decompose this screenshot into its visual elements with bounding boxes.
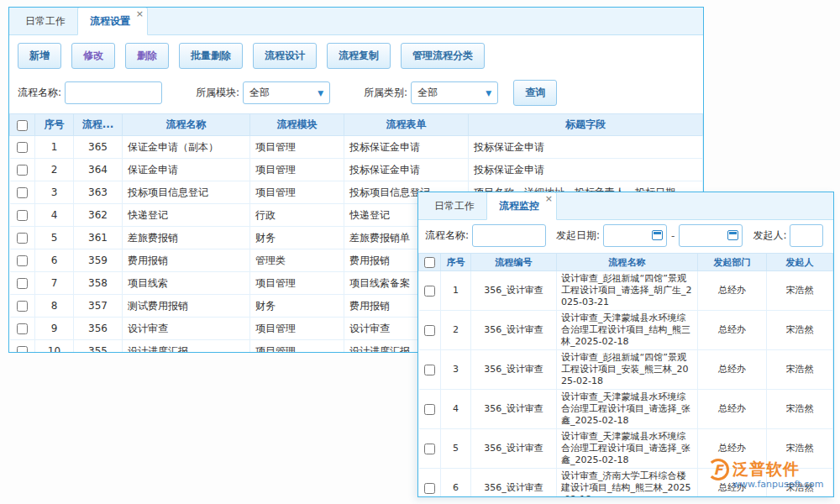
manage-category-button[interactable]: 管理流程分类 [401,43,485,69]
cell-form: 投标保证金申请 [344,159,469,181]
tab-daily-work[interactable]: 日常工作 [423,192,486,219]
row-checkbox[interactable] [17,233,28,244]
cell-module: 管理类 [250,249,344,272]
tab-process-settings-label: 流程设置 [90,15,130,27]
row-checkbox[interactable] [424,365,435,375]
close-icon[interactable]: × [545,193,553,204]
cell-no: 5 [441,429,471,469]
cell-id: 357 [74,295,123,318]
module-select-value: 全部 [249,86,270,100]
row-checkbox[interactable] [17,278,28,289]
table-row[interactable]: 1 365 保证金申请（副本） 项目管理 投标保证金申请 投标保证金申请 [10,136,703,159]
row-checkbox[interactable] [17,142,28,153]
query-button[interactable]: 查询 [513,80,557,106]
column-header-module: 流程模块 [250,114,344,136]
cell-name: 设计进度汇报 [123,340,250,354]
table-row[interactable]: 4 356_设计审查 设计审查_天津蒙城县水环境综合治理工程设计项目_请选择_张… [419,390,833,429]
cell-code: 356_设计审查 [471,429,557,469]
column-header-id: 流程... [74,114,123,136]
column-header-name: 流程名称 [557,254,698,271]
category-select[interactable]: 全部 ▼ [411,81,498,104]
cell-no: 5 [35,227,74,249]
cell-title: 投标保证金申请 [469,159,703,181]
column-header-no: 序号 [441,254,471,271]
column-header-title: 标题字段 [469,114,703,136]
batch-delete-button[interactable]: 批量删除 [179,43,243,69]
cell-no: 6 [35,249,74,272]
cell-name: 测试费用报销 [123,295,250,318]
cell-id: 364 [74,159,123,181]
cell-module: 项目管理 [250,181,344,204]
cell-name: 设计审查_彭祖新城“四馆”景观工程设计项目_安装_熊三林_2025-02-18 [557,350,698,390]
win1-tab-bar: 日常工作 流程设置 × [9,8,703,35]
cell-module: 行政 [250,204,344,227]
fanpu-logo-icon: F [707,459,729,480]
cell-no: 9 [35,318,74,340]
row-checkbox[interactable] [424,444,435,454]
row-checkbox[interactable] [17,187,28,198]
module-select[interactable]: 全部 ▼ [243,81,330,104]
cell-no: 4 [441,390,471,429]
process-name-label: 流程名称: [18,86,61,100]
chevron-down-icon: ▼ [486,89,491,97]
win2-tab-bar: 日常工作 流程监控 × [418,192,833,220]
tab-process-settings[interactable]: 流程设置 × [77,7,148,35]
cell-form: 投标保证金申请 [344,136,469,159]
table-row[interactable]: 1 356_设计审查 设计审查_彭祖新城“四馆”景观工程设计项目_请选择_胡广生… [419,271,833,311]
row-checkbox[interactable] [424,404,435,415]
cell-dept: 总经办 [698,350,767,390]
select-all-checkbox-cell [10,114,35,136]
row-checkbox[interactable] [17,323,28,334]
fanpu-brand-text: 泛普软件 [732,459,800,480]
process-name-input[interactable] [472,224,546,247]
row-checkbox[interactable] [17,346,28,353]
category-select-value: 全部 [417,86,438,100]
initiator-input[interactable] [790,224,823,247]
delete-button[interactable]: 删除 [125,43,169,69]
cell-name: 设计审查_天津蒙城县水环境综合治理工程设计项目_结构_熊三林_2025-02-1… [557,311,698,350]
cell-module: 项目管理 [250,159,344,181]
cell-id: 361 [74,227,123,249]
table-row[interactable]: 3 356_设计审查 设计审查_彭祖新城“四馆”景观工程设计项目_安装_熊三林_… [419,350,833,390]
cell-code: 356_设计审查 [471,271,557,311]
tab-daily-work[interactable]: 日常工作 [13,8,77,34]
column-header-dept: 发起部门 [698,254,767,271]
edit-button[interactable]: 修改 [71,43,115,69]
cell-name: 设计审查_济南大学工科综合楼建设计项目_结构_熊三林_2025-02-18 [557,469,698,498]
cell-id: 363 [74,181,123,204]
table-row[interactable]: 2 356_设计审查 设计审查_天津蒙城县水环境综合治理工程设计项目_结构_熊三… [419,311,833,350]
cell-no: 2 [441,311,471,350]
row-checkbox[interactable] [424,325,435,336]
column-header-initiator: 发起人 [767,254,833,271]
row-checkbox[interactable] [424,483,435,494]
table-row[interactable]: 2 364 保证金申请 项目管理 投标保证金申请 投标保证金申请 [10,159,703,181]
row-checkbox[interactable] [17,210,28,221]
cell-name: 差旅费报销 [123,227,250,249]
process-copy-button[interactable]: 流程复制 [327,43,391,69]
process-design-button[interactable]: 流程设计 [253,43,317,69]
cell-name: 项目线索 [123,272,250,295]
win2-filter-bar: 流程名称: 发起日期: - 发起人: [418,220,833,253]
row-checkbox[interactable] [17,301,28,312]
cell-code: 356_设计审查 [471,390,557,429]
calendar-icon[interactable] [652,230,663,240]
cell-name: 快递登记 [123,204,250,227]
cell-initiator: 宋浩然 [767,390,833,429]
cell-code: 356_设计审查 [471,469,557,498]
select-all-checkbox[interactable] [424,257,435,268]
row-checkbox[interactable] [17,165,28,176]
close-icon[interactable]: × [136,8,144,19]
cell-no: 1 [441,271,471,311]
tab-process-monitor[interactable]: 流程监控 × [486,192,557,220]
initiator-label: 发起人: [753,228,786,243]
row-checkbox[interactable] [17,255,28,266]
add-button[interactable]: 新增 [18,43,61,69]
select-all-checkbox[interactable] [17,120,28,131]
process-name-input[interactable] [65,81,162,104]
fanpu-url-text: www.fanpusoft.com [732,479,835,490]
cell-name: 投标项目信息登记 [123,181,250,204]
cell-no: 3 [35,181,74,204]
row-checkbox[interactable] [424,286,435,297]
calendar-icon[interactable] [727,230,738,240]
cell-name: 设计审查_天津蒙城县水环境综合治理工程设计项目_请选择_张鑫_2025-02-1… [557,429,698,469]
